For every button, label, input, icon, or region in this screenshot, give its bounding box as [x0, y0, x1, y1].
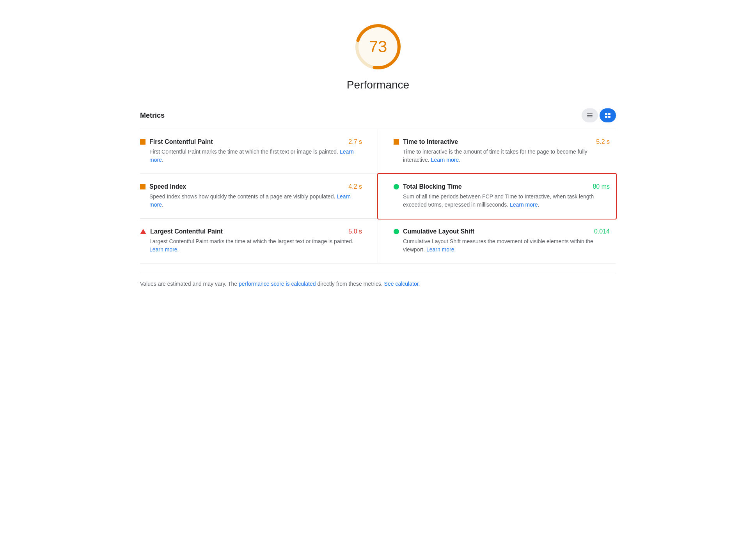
orange-square-icon: [394, 139, 399, 145]
metric-value-cls: 0.014: [594, 228, 610, 235]
score-section: 73 Performance: [140, 8, 616, 99]
metric-name-fcp: First Contentful Paint: [149, 138, 213, 145]
detail-view-button[interactable]: [600, 108, 616, 122]
svg-rect-6: [608, 113, 610, 115]
metric-value-fcp: 2.7 s: [348, 138, 362, 145]
svg-rect-5: [605, 113, 607, 115]
metric-title-row-tbt: Total Blocking Time: [394, 183, 462, 190]
metric-header-tti: Time to Interactive 5.2 s: [394, 138, 610, 145]
green-circle-icon: [394, 229, 399, 234]
green-circle-icon: [394, 184, 399, 189]
performance-score-link[interactable]: performance score is calculated: [239, 281, 316, 287]
metric-header-cls: Cumulative Layout Shift 0.014: [394, 228, 610, 235]
metric-name-tti: Time to Interactive: [403, 138, 458, 145]
learn-more-link-lcp[interactable]: Learn more: [149, 246, 177, 253]
see-calculator-link[interactable]: See calculator.: [384, 281, 420, 287]
score-label: Performance: [347, 79, 409, 91]
metric-title-row-fcp: First Contentful Paint: [140, 138, 213, 145]
metric-cell-cls: Cumulative Layout Shift 0.014 Cumulative…: [378, 219, 616, 264]
metric-value-tbt: 80 ms: [593, 183, 610, 190]
metric-header-tbt: Total Blocking Time 80 ms: [394, 183, 610, 190]
footer-text-before: Values are estimated and may vary. The: [140, 281, 239, 287]
svg-rect-4: [587, 117, 593, 117]
learn-more-link-tti[interactable]: Learn more: [431, 157, 459, 163]
learn-more-link-fcp[interactable]: Learn more: [149, 149, 354, 163]
metric-name-cls: Cumulative Layout Shift: [403, 228, 474, 235]
score-circle: 73: [351, 19, 405, 74]
footer-text-middle: directly from these metrics.: [316, 281, 384, 287]
metric-title-row-tti: Time to Interactive: [394, 138, 458, 145]
learn-more-link-si[interactable]: Learn more: [149, 193, 351, 208]
metric-title-row-si: Speed Index: [140, 183, 186, 190]
list-icon: [586, 112, 593, 119]
footer: Values are estimated and may vary. The p…: [140, 273, 616, 288]
metric-name-tbt: Total Blocking Time: [403, 183, 462, 190]
orange-square-icon: [140, 139, 146, 145]
learn-more-link-cls[interactable]: Learn more: [426, 246, 454, 253]
learn-more-link-tbt[interactable]: Learn more: [510, 202, 538, 208]
metric-desc-si: Speed Index shows how quickly the conten…: [140, 193, 362, 209]
svg-rect-8: [608, 116, 610, 118]
metric-title-row-cls: Cumulative Layout Shift: [394, 228, 474, 235]
metric-desc-cls: Cumulative Layout Shift measures the mov…: [394, 237, 610, 254]
svg-rect-2: [587, 113, 593, 114]
metric-header-lcp: Largest Contentful Paint 5.0 s: [140, 228, 362, 235]
metric-cell-tti: Time to Interactive 5.2 s Time to intera…: [378, 129, 616, 174]
orange-square-icon: [140, 184, 146, 189]
metric-cell-si: Speed Index 4.2 s Speed Index shows how …: [140, 174, 378, 219]
metric-desc-tbt: Sum of all time periods between FCP and …: [394, 193, 610, 209]
metric-cell-tbt: Total Blocking Time 80 ms Sum of all tim…: [377, 173, 617, 219]
metric-title-row-lcp: Largest Contentful Paint: [140, 228, 223, 235]
header-controls: [582, 108, 616, 122]
svg-rect-7: [605, 116, 607, 118]
metrics-grid: First Contentful Paint 2.7 s First Conte…: [140, 129, 616, 264]
svg-rect-3: [587, 115, 593, 116]
metric-value-si: 4.2 s: [348, 183, 362, 190]
metric-desc-fcp: First Contentful Paint marks the time at…: [140, 148, 362, 164]
metrics-header: Metrics: [140, 108, 616, 126]
metric-name-si: Speed Index: [149, 183, 186, 190]
metric-name-lcp: Largest Contentful Paint: [150, 228, 223, 235]
metric-header-fcp: First Contentful Paint 2.7 s: [140, 138, 362, 145]
metric-cell-fcp: First Contentful Paint 2.7 s First Conte…: [140, 129, 378, 174]
detail-icon: [604, 112, 611, 119]
red-triangle-icon: [140, 229, 146, 234]
metric-header-si: Speed Index 4.2 s: [140, 183, 362, 190]
metrics-title: Metrics: [140, 111, 165, 120]
metric-value-lcp: 5.0 s: [348, 228, 362, 235]
metric-desc-tti: Time to interactive is the amount of tim…: [394, 148, 610, 164]
list-view-button[interactable]: [582, 108, 598, 122]
metric-cell-lcp: Largest Contentful Paint 5.0 s Largest C…: [140, 219, 378, 264]
metric-value-tti: 5.2 s: [596, 138, 610, 145]
metric-desc-lcp: Largest Contentful Paint marks the time …: [140, 237, 362, 254]
score-value: 73: [369, 37, 387, 56]
